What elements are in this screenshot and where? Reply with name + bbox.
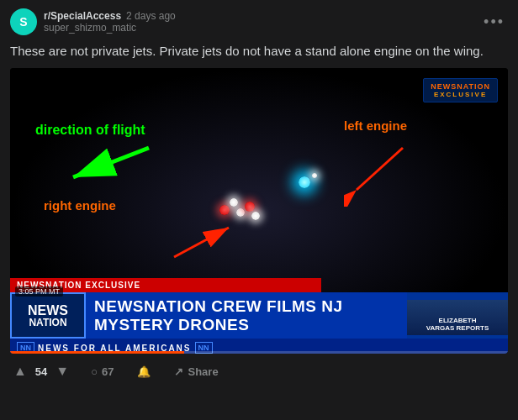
video-progress-fill <box>10 351 184 354</box>
post-meta-top: r/SpecialAccess 2 days ago <box>44 10 176 22</box>
newsnation-logo-box: NEWS NATION <box>10 292 86 339</box>
annotation-direction: direction of flight <box>35 123 145 138</box>
more-options-button[interactable]: ••• <box>480 10 508 34</box>
newsnation-badge-title: NEWSNATION <box>431 82 490 91</box>
post-actions: ▲ 54 ▼ ○ 67 🔔 ↗ Share <box>10 354 508 389</box>
logo-nation: NATION <box>29 318 66 328</box>
subreddit-name[interactable]: r/SpecialAccess <box>44 10 121 22</box>
ticker-special-report: SPECIAL REPORT: DRONES OVER NJ SATURDAY … <box>407 292 508 339</box>
news-ticker-area: NEWSNATION EXCLUSIVE NEWS NATION NEWSNAT… <box>10 278 508 354</box>
newsnation-badge-exclusive: EXCLUSIVE <box>431 91 490 98</box>
comment-count: 67 <box>102 365 114 378</box>
post-title: These are not private jets. Private jets… <box>10 42 508 60</box>
annotation-left-engine: left engine <box>344 118 407 133</box>
post-author[interactable]: super_shizmo_matic <box>44 22 176 34</box>
post-container: S r/SpecialAccess 2 days ago super_shizm… <box>0 0 518 389</box>
share-button[interactable]: ↗ Share <box>169 362 223 381</box>
subreddit-icon[interactable]: S <box>10 8 37 35</box>
upvote-icon: ▲ <box>13 364 27 378</box>
post-timestamp: 2 days ago <box>126 10 176 22</box>
comment-button[interactable]: ○ 67 <box>86 362 119 381</box>
right-engine-arrow <box>166 215 250 265</box>
logo-news: NEWS <box>28 304 68 318</box>
newsnation-badge: NEWSNATION EXCLUSIVE <box>423 78 498 102</box>
downvote-button[interactable]: ▼ <box>52 360 72 382</box>
direction-arrow <box>56 139 157 190</box>
svg-line-3 <box>357 148 403 190</box>
video-progress-bar[interactable] <box>10 351 508 354</box>
ticker-red-row: NEWSNATION EXCLUSIVE <box>10 278 508 292</box>
left-engine-arrow <box>344 139 428 207</box>
anchor-name-line2: VARGAS REPORTS <box>426 324 489 333</box>
anchor-name-line1: ELIZABETH <box>426 317 489 325</box>
anchor-box: ELIZABETH VARGAS REPORTS <box>407 300 508 335</box>
comment-icon: ○ <box>91 365 98 378</box>
video-container[interactable]: direction of flight left engine right en… <box>10 68 508 354</box>
upvote-button[interactable]: ▲ <box>10 360 30 382</box>
post-header: S r/SpecialAccess 2 days ago super_shizm… <box>10 8 508 35</box>
award-icon: 🔔 <box>137 365 151 378</box>
video-timestamp: 3:05 PM MT <box>15 286 63 297</box>
share-label: Share <box>188 365 218 378</box>
svg-line-5 <box>174 228 229 257</box>
post-meta: r/SpecialAccess 2 days ago super_shizmo_… <box>44 10 176 34</box>
vote-count: 54 <box>35 365 47 378</box>
ticker-headline: NEWSNATION CREW FILMS NJ MYSTERY DRONES <box>86 292 407 339</box>
award-button[interactable]: 🔔 <box>132 362 156 381</box>
annotation-right-engine: right engine <box>44 198 116 213</box>
share-icon: ↗ <box>174 365 183 378</box>
svg-line-1 <box>73 148 149 177</box>
downvote-icon: ▼ <box>56 364 69 378</box>
ticker-main: NEWS NATION NEWSNATION CREW FILMS NJ MYS… <box>10 292 508 339</box>
vote-section: ▲ 54 ▼ <box>10 360 72 382</box>
post-header-left: S r/SpecialAccess 2 days ago super_shizm… <box>10 8 176 35</box>
